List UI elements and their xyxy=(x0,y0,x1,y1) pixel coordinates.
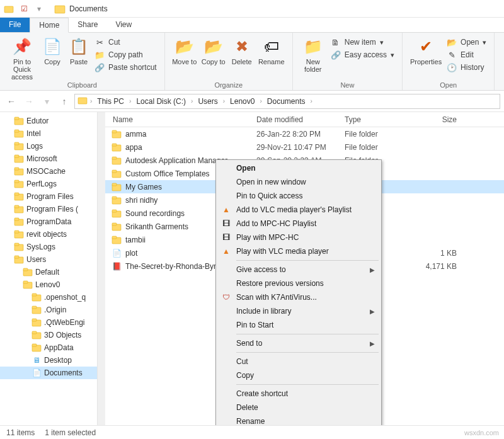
pin-quick-access-button[interactable]: 📌 Pin to Quick access xyxy=(5,35,39,81)
tree-item[interactable]: MSOCache xyxy=(0,165,97,178)
cut-button[interactable]: ✂Cut xyxy=(92,37,159,48)
file-icon xyxy=(112,142,122,152)
easy-access-button[interactable]: 🔗Easy access ▾ xyxy=(328,49,397,60)
tree-item[interactable]: AppData xyxy=(0,341,97,354)
qat-dropdown-icon[interactable]: ▾ xyxy=(33,3,45,15)
tree-item[interactable]: Lenov0 xyxy=(0,278,97,291)
file-size: 1 KB xyxy=(413,249,464,258)
tree-scrollbar[interactable] xyxy=(98,112,105,427)
edit-button[interactable]: ✎Edit xyxy=(444,49,489,60)
ctx-restore-versions[interactable]: Restore previous versions xyxy=(217,277,380,290)
column-size[interactable]: Size xyxy=(413,115,464,124)
ctx-play-vlc[interactable]: ▲Play with VLC media player xyxy=(217,244,380,258)
tree-item-label: Program Files xyxy=(26,192,74,201)
delete-button[interactable]: ✖Delete xyxy=(228,35,256,66)
tree-item[interactable]: 📄Documents xyxy=(0,367,97,379)
tree-item[interactable]: SysLogs xyxy=(0,241,97,253)
tree-item[interactable]: revit objects xyxy=(0,228,97,241)
copy-path-button[interactable]: 📁Copy path xyxy=(92,49,159,60)
tree-item-label: Edutor xyxy=(26,117,49,125)
tree-item[interactable]: 🖥Desktop xyxy=(0,354,97,367)
tree-item[interactable]: Edutor xyxy=(0,115,97,127)
tree-item[interactable]: .Origin xyxy=(0,304,97,316)
tree-item[interactable]: Microsoft xyxy=(0,152,97,165)
ctx-pin-quick-access[interactable]: Pin to Quick access xyxy=(217,189,380,203)
tab-share[interactable]: Share xyxy=(69,18,106,32)
tree-item[interactable]: .openshot_q xyxy=(0,291,97,304)
chevron-right-icon[interactable]: › xyxy=(128,98,132,105)
tree-item-label: Intel xyxy=(26,129,41,138)
nav-tree[interactable]: EdutorIntelLogsMicrosoftMSOCachePerfLogs… xyxy=(0,112,98,427)
new-folder-button[interactable]: 📁New folder xyxy=(298,35,328,73)
tree-item[interactable]: PerfLogs xyxy=(0,178,97,190)
tree-item[interactable]: Program Files xyxy=(0,190,97,203)
tree-item[interactable]: Program Files ( xyxy=(0,203,97,215)
tree-item[interactable]: 3D Objects xyxy=(0,329,97,341)
ctx-copy[interactable]: Copy xyxy=(217,368,380,382)
tree-item[interactable]: ProgramData xyxy=(0,215,97,228)
tree-item[interactable]: Default xyxy=(0,266,97,278)
shield-icon: 🛡 xyxy=(221,292,231,302)
file-date: 26-Jan-22 8:20 PM xyxy=(256,130,345,139)
breadcrumb[interactable]: Lenov0 xyxy=(227,97,257,106)
ctx-give-access[interactable]: Give access to▶ xyxy=(217,263,380,277)
ctx-cut[interactable]: Cut xyxy=(217,355,380,368)
ctx-play-mpc[interactable]: 🎞Play with MPC-HC xyxy=(217,231,380,244)
copy-button[interactable]: 📄 Copy xyxy=(39,35,66,66)
tree-item[interactable]: Logs xyxy=(0,140,97,152)
list-header[interactable]: Name Date modified Type Size xyxy=(105,112,504,127)
ctx-send-to[interactable]: Send to▶ xyxy=(217,336,380,350)
ctx-open[interactable]: Open xyxy=(217,161,380,175)
back-button[interactable]: ← xyxy=(4,94,19,109)
move-to-button[interactable]: 📂Move to xyxy=(170,35,199,66)
tree-item-label: AppData xyxy=(44,343,74,352)
paste-shortcut-button[interactable]: 🔗Paste shortcut xyxy=(92,62,159,73)
ctx-mpc-playlist[interactable]: 🎞Add to MPC-HC Playlist xyxy=(217,217,380,231)
new-item-button[interactable]: 🗎New item ▾ xyxy=(328,37,397,48)
breadcrumb[interactable]: Documents xyxy=(265,97,308,106)
forward-button[interactable]: → xyxy=(21,94,37,109)
tree-item[interactable]: Users xyxy=(0,253,97,266)
column-name[interactable]: Name xyxy=(105,115,256,124)
tab-file[interactable]: File xyxy=(0,18,30,32)
properties-button[interactable]: ✔Properties xyxy=(408,35,444,66)
svg-rect-50 xyxy=(112,183,117,186)
breadcrumb[interactable]: This PC xyxy=(94,97,127,106)
ctx-scan-antivirus[interactable]: 🛡Scan with K7AntiVirus... xyxy=(217,290,380,304)
chevron-right-icon[interactable]: › xyxy=(222,98,226,105)
rename-button[interactable]: 🏷Rename xyxy=(256,35,287,66)
column-date[interactable]: Date modified xyxy=(256,115,345,124)
open-button[interactable]: 📂Open ▾ xyxy=(444,37,489,48)
address-bar[interactable]: › This PC› Local Disk (C:)› Users› Lenov… xyxy=(74,94,500,109)
chevron-right-icon[interactable]: › xyxy=(309,98,314,105)
ctx-include-library[interactable]: Include in library▶ xyxy=(217,304,380,318)
select-all-button[interactable]: ☑Select all xyxy=(500,37,504,48)
properties-icon: ✔ xyxy=(416,37,436,57)
tree-item[interactable]: .QtWebEngi xyxy=(0,316,97,329)
recent-dropdown[interactable]: ▾ xyxy=(39,94,54,109)
column-type[interactable]: Type xyxy=(345,115,413,124)
tree-item[interactable]: Intel xyxy=(0,127,97,140)
chevron-right-icon[interactable]: › xyxy=(258,98,263,105)
tab-view[interactable]: View xyxy=(106,18,140,32)
invert-selection-button[interactable]: ◫Invert selection xyxy=(500,62,504,73)
select-none-button[interactable]: ☐Select none xyxy=(500,49,504,60)
chevron-right-icon[interactable]: › xyxy=(190,98,194,105)
folder-icon xyxy=(23,280,33,290)
qat-properties-icon[interactable]: ☑ xyxy=(18,3,30,15)
history-button[interactable]: 🕑History xyxy=(444,62,489,73)
copy-to-button[interactable]: 📂Copy to xyxy=(199,35,228,66)
chevron-right-icon[interactable]: › xyxy=(89,98,93,105)
ctx-delete[interactable]: Delete xyxy=(217,401,380,414)
ctx-create-shortcut[interactable]: Create shortcut xyxy=(217,387,380,401)
up-button[interactable]: ↑ xyxy=(57,94,72,109)
ctx-open-new-window[interactable]: Open in new window xyxy=(217,175,380,189)
paste-button[interactable]: 📋 Paste xyxy=(66,35,92,66)
breadcrumb[interactable]: Local Disk (C:) xyxy=(134,97,188,106)
ctx-pin-start[interactable]: Pin to Start xyxy=(217,318,380,332)
list-row[interactable]: appa29-Nov-21 10:47 PMFile folder xyxy=(105,140,504,154)
list-row[interactable]: amma26-Jan-22 8:20 PMFile folder xyxy=(105,127,504,140)
tab-home[interactable]: Home xyxy=(30,18,69,33)
breadcrumb[interactable]: Users xyxy=(195,97,220,106)
ctx-vlc-playlist[interactable]: ▲Add to VLC media player's Playlist xyxy=(217,203,380,217)
